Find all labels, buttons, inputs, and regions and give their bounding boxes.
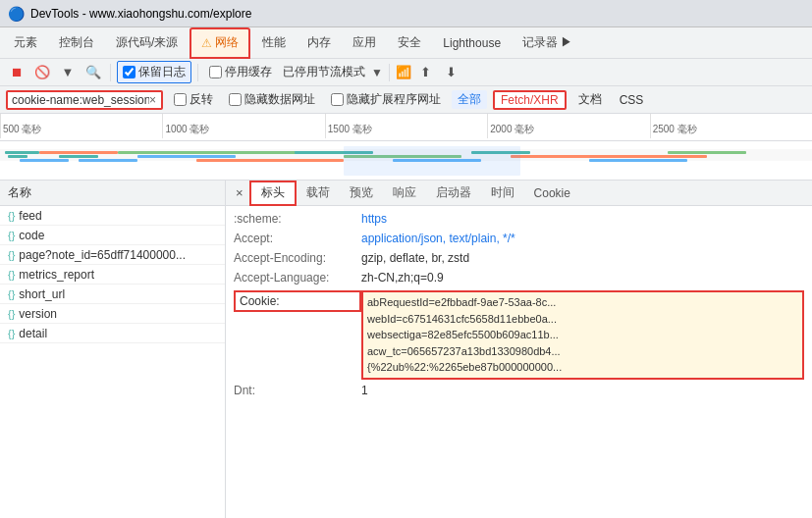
svg-rect-8 bbox=[137, 155, 236, 158]
list-item[interactable]: {} metrics_report bbox=[0, 265, 225, 285]
filter-fetch-xhr-btn[interactable]: Fetch/XHR bbox=[493, 90, 567, 110]
detail-row-cookie: Cookie: abRequestId=e2fbbadf-9ae7-53aa-8… bbox=[226, 288, 812, 382]
cookie-label: Cookie: bbox=[234, 290, 361, 312]
tab-initiator[interactable]: 启动器 bbox=[426, 181, 481, 206]
search-btn[interactable]: 🔍 bbox=[82, 62, 104, 83]
svg-rect-16 bbox=[668, 151, 746, 154]
timeline-ticks: 500 毫秒 1000 毫秒 1500 毫秒 2000 毫秒 2500 毫秒 bbox=[0, 114, 812, 140]
detail-row-accept: Accept: application/json, text/plain, */… bbox=[226, 230, 812, 249]
details-panel: × 标头 载荷 预览 响应 启动器 时间 Cookie :scheme: htt… bbox=[226, 181, 812, 518]
separator2 bbox=[197, 64, 198, 81]
detail-value: https bbox=[361, 212, 804, 226]
list-item[interactable]: {} feed bbox=[0, 206, 225, 226]
svg-rect-5 bbox=[59, 155, 98, 158]
detail-row-dnt: Dnt: 1 bbox=[226, 382, 812, 401]
tab-security[interactable]: 安全 bbox=[388, 27, 431, 59]
svg-rect-2 bbox=[8, 155, 27, 158]
svg-rect-6 bbox=[79, 159, 137, 162]
tab-elements[interactable]: 元素 bbox=[4, 27, 47, 59]
tick-500: 500 毫秒 bbox=[0, 114, 162, 138]
tick-1500: 1500 毫秒 bbox=[325, 114, 487, 138]
list-item[interactable]: {} short_url bbox=[0, 285, 225, 304]
tab-preview[interactable]: 预览 bbox=[340, 181, 383, 206]
toolbar-row1: ⏹ 🚫 ▼ 🔍 保留日志 停用缓存 已停用节流模式 ▼ 📶 ⬆ ⬇ bbox=[0, 59, 812, 86]
download-btn[interactable]: ⬇ bbox=[441, 62, 462, 83]
detail-value: zh-CN,zh;q=0.9 bbox=[361, 271, 804, 285]
stop-recording-btn[interactable]: ⏹ bbox=[6, 62, 27, 83]
detail-row-accept-language: Accept-Language: zh-CN,zh;q=0.9 bbox=[226, 269, 812, 288]
tab-cookie[interactable]: Cookie bbox=[524, 181, 580, 206]
tab-headers[interactable]: 标头 bbox=[249, 181, 297, 206]
tab-performance[interactable]: 性能 bbox=[252, 27, 296, 59]
svg-rect-3 bbox=[20, 159, 69, 162]
detail-value: application/json, text/plain, */* bbox=[361, 232, 804, 245]
preserve-log-checkbox[interactable]: 保留日志 bbox=[117, 61, 191, 83]
separator3 bbox=[389, 64, 390, 81]
requests-list: {} feed {} code {} page?note_id=65dff714… bbox=[0, 206, 225, 518]
list-item[interactable]: {} version bbox=[0, 304, 225, 324]
upload-btn[interactable]: ⬆ bbox=[415, 62, 437, 83]
tab-timing[interactable]: 时间 bbox=[481, 181, 524, 206]
request-icon: {} bbox=[8, 249, 15, 261]
wifi-icon: 📶 bbox=[396, 65, 411, 79]
tab-memory[interactable]: 内存 bbox=[298, 27, 341, 59]
detail-label: Dnt: bbox=[234, 384, 361, 397]
list-item[interactable]: {} page?note_id=65dff71400000... bbox=[0, 245, 225, 265]
filter-doc-btn[interactable]: 文档 bbox=[572, 90, 608, 109]
hide-data-url-checkbox[interactable]: 隐藏数据网址 bbox=[224, 89, 320, 110]
hide-extensions-checkbox[interactable]: 隐藏扩展程序网址 bbox=[326, 89, 446, 110]
filter-input-wrap[interactable]: × bbox=[6, 90, 163, 110]
detail-row-scheme: :scheme: https bbox=[226, 210, 812, 230]
tab-recorder[interactable]: 记录器 ▶ bbox=[513, 27, 582, 59]
details-content: :scheme: https Accept: application/json,… bbox=[226, 206, 812, 518]
filter-clear-btn[interactable]: × bbox=[149, 93, 156, 107]
detail-row-accept-encoding: Accept-Encoding: gzip, deflate, br, zstd bbox=[226, 249, 812, 269]
clear-btn[interactable]: 🚫 bbox=[31, 62, 53, 83]
tab-sources[interactable]: 源代码/来源 bbox=[106, 27, 188, 59]
throttle-mode-label: 已停用节流模式 bbox=[281, 64, 367, 80]
requests-header: 名称 bbox=[0, 181, 225, 206]
tab-lighthouse[interactable]: Lighthouse bbox=[433, 27, 511, 59]
devtools-icon: 🔵 bbox=[8, 6, 25, 22]
main-content: 名称 {} feed {} code {} page?note_id=65dff… bbox=[0, 181, 812, 518]
tab-payload[interactable]: 载荷 bbox=[297, 181, 340, 206]
svg-rect-9 bbox=[196, 159, 344, 162]
detail-value: gzip, deflate, br, zstd bbox=[361, 251, 804, 265]
close-btn[interactable]: × bbox=[230, 183, 249, 202]
svg-rect-14 bbox=[511, 155, 707, 158]
list-item[interactable]: {} detail bbox=[0, 324, 225, 343]
details-tabs: × 标头 载荷 预览 响应 启动器 时间 Cookie bbox=[226, 181, 812, 206]
tick-2000: 2000 毫秒 bbox=[487, 114, 649, 138]
filter-input[interactable] bbox=[12, 93, 149, 107]
request-icon: {} bbox=[8, 269, 15, 281]
filter-all-btn[interactable]: 全部 bbox=[452, 90, 487, 109]
request-icon: {} bbox=[8, 288, 15, 300]
nav-tabs: 元素 控制台 源代码/来源 ⚠ 网络 性能 内存 应用 安全 Lighthous… bbox=[0, 27, 812, 59]
title-bar: 🔵 DevTools - www.xiaohongshu.com/explore bbox=[0, 0, 812, 27]
filter-css-btn[interactable]: CSS bbox=[614, 92, 650, 108]
request-icon: {} bbox=[8, 328, 15, 339]
tab-network[interactable]: ⚠ 网络 bbox=[189, 27, 250, 59]
tick-1000: 1000 毫秒 bbox=[162, 114, 324, 138]
detail-label: Accept-Encoding: bbox=[234, 251, 361, 265]
separator1 bbox=[110, 64, 111, 81]
timeline-bar: 500 毫秒 1000 毫秒 1500 毫秒 2000 毫秒 2500 毫秒 bbox=[0, 114, 812, 141]
warning-icon: ⚠ bbox=[201, 36, 212, 50]
throttle-dropdown[interactable]: ▼ bbox=[371, 66, 383, 79]
cookie-value: abRequestId=e2fbbadf-9ae7-53aa-8c... web… bbox=[361, 290, 804, 380]
list-item[interactable]: {} code bbox=[0, 226, 225, 245]
tab-response[interactable]: 响应 bbox=[383, 181, 426, 206]
detail-label: Accept: bbox=[234, 232, 361, 245]
svg-rect-17 bbox=[344, 146, 520, 176]
network-activity bbox=[0, 141, 812, 181]
svg-rect-4 bbox=[39, 151, 118, 154]
request-icon: {} bbox=[8, 308, 15, 320]
tab-application[interactable]: 应用 bbox=[343, 27, 386, 59]
requests-panel: 名称 {} feed {} code {} page?note_id=65dff… bbox=[0, 181, 226, 518]
request-icon: {} bbox=[8, 230, 15, 241]
filter-icon-btn[interactable]: ▼ bbox=[57, 62, 79, 83]
svg-rect-15 bbox=[589, 159, 687, 162]
disable-cache-checkbox[interactable]: 停用缓存 bbox=[204, 62, 277, 82]
invert-checkbox[interactable]: 反转 bbox=[169, 89, 218, 110]
tab-console[interactable]: 控制台 bbox=[49, 27, 104, 59]
